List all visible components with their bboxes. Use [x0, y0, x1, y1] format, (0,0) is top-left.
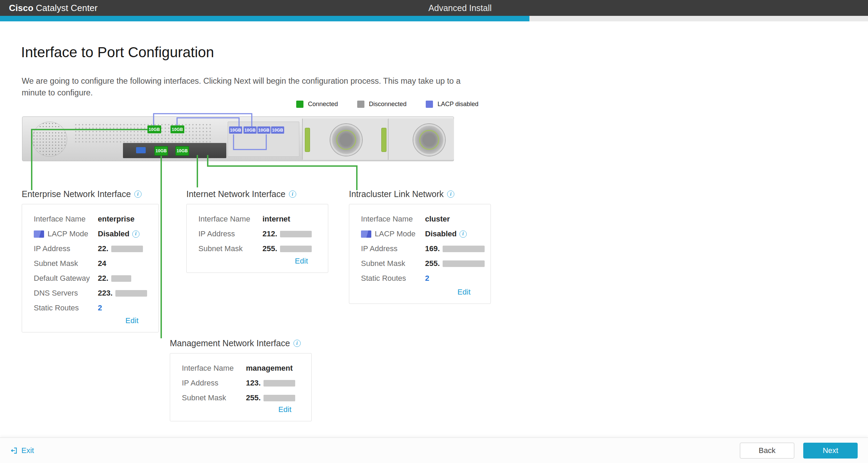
progress-fill — [0, 16, 529, 21]
card-title-management: Management Network Interface i — [170, 338, 312, 348]
exit-label: Exit — [21, 446, 34, 455]
internet-interface-section: Internet Network Interface i Interface N… — [186, 189, 328, 273]
server-chassis — [22, 116, 454, 161]
field-value: 255. — [262, 244, 312, 253]
field-label: Subnet Mask — [182, 393, 246, 402]
internet-interface-card: Interface Name internet IP Address 212. … — [186, 204, 328, 273]
info-icon[interactable]: i — [132, 230, 140, 238]
field-value: Disabled i — [425, 229, 467, 238]
field-value-text: 255. — [246, 393, 261, 402]
port-badge-10gb-lacp-disabled: 10GB — [229, 126, 242, 134]
field-value: 22. — [98, 244, 143, 253]
redacted-value — [280, 246, 312, 252]
static-routes-count-link[interactable]: 2 — [98, 303, 102, 312]
field-value: 223. — [98, 289, 147, 298]
field-label-text: LACP Mode — [375, 229, 415, 238]
info-icon[interactable]: i — [293, 340, 301, 347]
field-label: IP Address — [182, 379, 246, 388]
legend-label: LACP disabled — [437, 101, 478, 108]
field-value: cluster — [425, 215, 450, 224]
card-title-text: Enterprise Network Interface — [22, 189, 131, 199]
port-badge-10gb-lacp-disabled: 10GB — [257, 126, 270, 134]
field-row-interface-name: Interface Name management — [182, 364, 301, 373]
management-interface-section: Management Network Interface i Interface… — [170, 338, 312, 421]
field-value: internet — [262, 215, 290, 224]
wizard-progress-track — [0, 16, 868, 21]
port-badge-10gb-connected: 10GB — [147, 125, 161, 133]
field-label: Interface Name — [182, 364, 246, 373]
redacted-value — [115, 290, 147, 297]
field-row-lacp-mode: LACP Mode Disabled i — [361, 229, 480, 238]
lacp-flag-icon — [361, 230, 371, 238]
edit-management-link[interactable]: Edit — [278, 405, 291, 414]
redacted-value — [111, 275, 131, 282]
page-description: We are going to configure the following … — [22, 75, 473, 99]
field-value-text: 22. — [98, 244, 108, 253]
brand-product: Catalyst Center — [36, 3, 97, 13]
field-value-text: 22. — [98, 274, 108, 283]
field-row-dns-servers: DNS Servers 223. — [34, 289, 148, 298]
field-label: Subnet Mask — [361, 259, 425, 268]
card-title-internet: Internet Network Interface i — [186, 189, 328, 199]
card-title-text: Intracluster Link Network — [349, 189, 444, 199]
card-title-text: Management Network Interface — [170, 338, 290, 348]
next-button[interactable]: Next — [803, 443, 858, 459]
field-label: Interface Name — [198, 215, 262, 224]
edit-internet-link[interactable]: Edit — [295, 257, 308, 266]
port-badge-10gb-lacp-disabled: 10GB — [244, 126, 257, 134]
field-value-text: 169. — [425, 244, 440, 253]
field-label: Default Gateway — [34, 274, 98, 283]
field-row-subnet-mask: Subnet Mask 255. — [182, 393, 301, 402]
field-row-static-routes: Static Routes 2 — [361, 274, 480, 283]
field-label: Interface Name — [361, 215, 425, 224]
disconnected-swatch-icon — [357, 101, 364, 108]
top-bar: Cisco Catalyst Center Advanced Install — [0, 0, 868, 16]
port-status-legend: Connected Disconnected LACP disabled — [296, 101, 478, 108]
field-row-interface-name: Interface Name cluster — [361, 215, 480, 224]
field-value-text: 255. — [425, 259, 440, 268]
legend-label: Connected — [308, 101, 338, 108]
field-row-subnet-mask: Subnet Mask 24 — [34, 259, 148, 268]
intracluster-interface-section: Intracluster Link Network i Interface Na… — [349, 189, 491, 304]
field-label: IP Address — [198, 229, 262, 238]
redacted-value — [443, 260, 485, 267]
field-label: LACP Mode — [34, 229, 98, 238]
card-title-text: Internet Network Interface — [186, 189, 286, 199]
back-button[interactable]: Back — [740, 443, 794, 459]
field-value-text: 255. — [262, 244, 277, 253]
intracluster-interface-card: Interface Name cluster LACP Mode Disable… — [349, 204, 491, 304]
enterprise-interface-card: Interface Name enterprise LACP Mode Disa… — [22, 204, 159, 332]
legend-item-connected: Connected — [296, 101, 338, 108]
field-row-ip-address: IP Address 169. — [361, 244, 480, 253]
exit-button[interactable]: Exit — [10, 446, 34, 455]
field-value: 169. — [425, 244, 485, 253]
redacted-value — [264, 395, 295, 401]
connected-swatch-icon — [296, 101, 303, 108]
lacp-disabled-swatch-icon — [426, 101, 433, 108]
field-row-interface-name: Interface Name enterprise — [34, 215, 148, 224]
static-routes-count-link[interactable]: 2 — [425, 274, 429, 283]
edit-enterprise-link[interactable]: Edit — [125, 316, 138, 325]
info-icon[interactable]: i — [447, 191, 454, 198]
field-label: Static Routes — [361, 274, 425, 283]
psu-latch — [305, 128, 310, 152]
port-badge-10gb-connected: 10GB — [170, 125, 184, 133]
management-interface-card: Interface Name management IP Address 123… — [170, 353, 312, 421]
lacp-flag-icon — [34, 230, 44, 238]
exit-icon — [10, 447, 18, 454]
enterprise-interface-section: Enterprise Network Interface i Interface… — [22, 189, 159, 332]
power-supply-1 — [302, 119, 388, 160]
edit-intracluster-link[interactable]: Edit — [457, 288, 471, 297]
info-icon[interactable]: i — [289, 191, 296, 198]
card-title-enterprise: Enterprise Network Interface i — [22, 189, 159, 199]
redacted-value — [111, 246, 143, 252]
card-title-intracluster: Intracluster Link Network i — [349, 189, 491, 199]
field-value: Disabled i — [98, 229, 140, 238]
info-icon[interactable]: i — [134, 191, 142, 198]
info-icon[interactable]: i — [459, 230, 467, 238]
field-value: management — [246, 364, 293, 373]
field-value-text: 223. — [98, 289, 113, 298]
field-label: Subnet Mask — [34, 259, 98, 268]
port-badge-10gb-connected: 10GB — [175, 146, 189, 156]
field-value-text: Disabled — [425, 229, 457, 238]
